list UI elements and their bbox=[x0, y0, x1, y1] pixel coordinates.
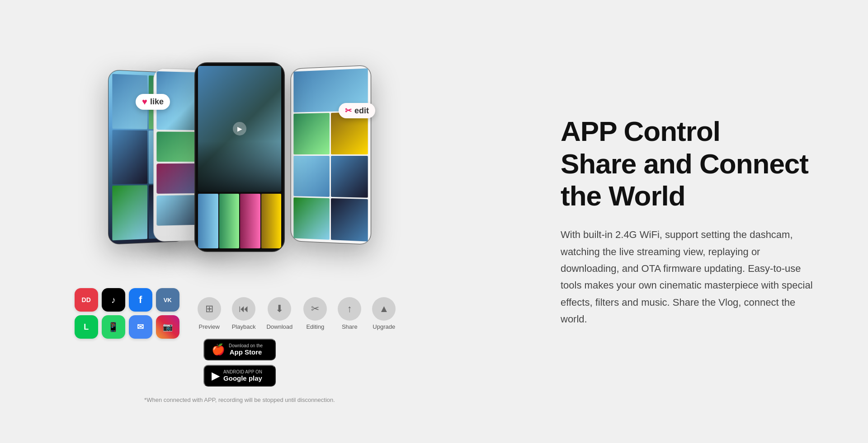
app-store-text: Download on the App Store bbox=[229, 343, 263, 356]
func-share[interactable]: ↑ Share bbox=[338, 297, 361, 330]
like-bubble: ♥ like bbox=[136, 94, 170, 110]
social-icon-vk[interactable]: VK bbox=[156, 288, 179, 312]
func-icons-group: ⊞ Preview ⏮ Playback ⬇ Download ✂ Editin… bbox=[198, 297, 396, 330]
func-preview[interactable]: ⊞ Preview bbox=[198, 297, 221, 330]
google-play-button[interactable]: ▶ ANDROID APP ON Google play bbox=[203, 365, 276, 387]
func-upgrade[interactable]: ▲ Upgrade bbox=[372, 297, 396, 330]
phone-group: ♥ like ✂ edit bbox=[81, 40, 398, 275]
social-icon-mail[interactable]: ✉ bbox=[129, 315, 152, 339]
app-store-button[interactable]: 🍎 Download on the App Store bbox=[203, 339, 276, 360]
heart-icon: ♥ bbox=[142, 97, 147, 107]
func-playback[interactable]: ⏮ Playback bbox=[232, 297, 256, 330]
android-icon: ▶ bbox=[212, 369, 220, 382]
headline-line2: Share and Connect bbox=[561, 148, 808, 179]
edit-label: edit bbox=[354, 106, 369, 116]
download-label: Download bbox=[266, 323, 292, 330]
description-text: With built-in 2.4G WiFi, support setting… bbox=[561, 226, 814, 327]
store-buttons-group: 🍎 Download on the App Store ▶ ANDROID AP… bbox=[203, 339, 276, 387]
like-label: like bbox=[150, 97, 164, 107]
google-play-sub: ANDROID APP ON bbox=[223, 369, 262, 374]
edit-preview: ▶ bbox=[198, 66, 281, 192]
func-download[interactable]: ⬇ Download bbox=[266, 297, 292, 330]
upgrade-icon: ▲ bbox=[372, 297, 396, 321]
page-container: ♥ like ✂ edit bbox=[0, 22, 868, 421]
apple-icon: 🍎 bbox=[212, 343, 225, 356]
playback-label: Playback bbox=[232, 323, 256, 330]
social-icons-group: DD ♪ f VK L 📱 ✉ bbox=[75, 288, 179, 339]
preview-icon: ⊞ bbox=[198, 297, 221, 321]
upgrade-label: Upgrade bbox=[373, 323, 395, 330]
edit-screen: ▶ bbox=[195, 63, 284, 251]
headline-line3: the World bbox=[561, 180, 685, 211]
social-icon-instagram[interactable]: 📷 bbox=[156, 315, 179, 339]
social-icon-ddpai[interactable]: DD bbox=[75, 288, 98, 312]
social-icon-facebook[interactable]: f bbox=[129, 288, 152, 312]
app-store-sub: Download on the bbox=[229, 343, 263, 348]
social-icon-tiktok[interactable]: ♪ bbox=[102, 288, 125, 312]
download-icon: ⬇ bbox=[268, 297, 291, 321]
headline-line1: APP Control bbox=[561, 116, 720, 147]
preview-label: Preview bbox=[199, 323, 220, 330]
edit-bubble: ✂ edit bbox=[339, 103, 375, 118]
left-section: ♥ like ✂ edit bbox=[54, 40, 425, 403]
phone-main-center: ▶ bbox=[194, 62, 285, 252]
scissors-icon: ✂ bbox=[345, 106, 352, 116]
editing-label: Editing bbox=[306, 323, 324, 330]
google-play-main: Google play bbox=[223, 374, 262, 382]
app-store-main: App Store bbox=[229, 348, 263, 356]
share-label: Share bbox=[342, 323, 358, 330]
app-icons-section: DD ♪ f VK L 📱 ✉ bbox=[54, 288, 425, 387]
headline: APP Control Share and Connect the World bbox=[561, 115, 832, 212]
playback-icon: ⏮ bbox=[232, 297, 255, 321]
func-editing[interactable]: ✂ Editing bbox=[303, 297, 327, 330]
edit-timeline bbox=[198, 194, 281, 248]
disclaimer-text: *When connected with APP, recording will… bbox=[144, 396, 335, 403]
right-section: APP Control Share and Connect the World … bbox=[542, 115, 832, 327]
phone-right bbox=[291, 65, 371, 245]
editing-icon: ✂ bbox=[303, 297, 327, 321]
social-icon-line[interactable]: L bbox=[75, 315, 98, 339]
share-icon: ↑ bbox=[338, 297, 361, 321]
google-play-text: ANDROID APP ON Google play bbox=[223, 369, 262, 382]
social-icon-whatsapp[interactable]: 📱 bbox=[102, 315, 125, 339]
